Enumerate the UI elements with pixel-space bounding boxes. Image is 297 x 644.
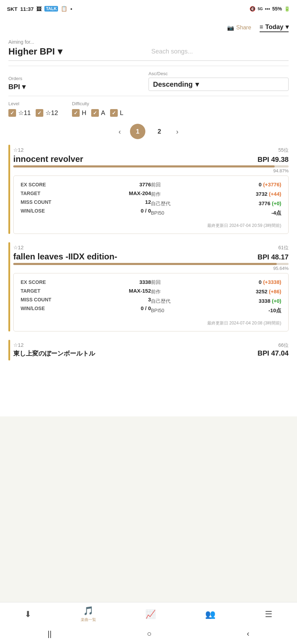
- song-2-miss-count-row: MISS COUNT 3: [21, 296, 151, 302]
- song-2-ex-score-row: EX SCORE 3338: [21, 279, 151, 285]
- difficulty-checkboxes: ✓ H ✓ A ✓ L: [72, 109, 123, 117]
- song-2-win-lose-val: 0 / 0: [141, 305, 151, 311]
- main-content: 📷 Share ≡ Today ▾ Aiming for... Higher B…: [0, 17, 297, 416]
- song-1-win-lose-row: WIN/LOSE 0 / 0: [21, 208, 151, 214]
- camera-icon: 📷: [227, 24, 234, 31]
- song-2-timestamp: 最終更新日 2024-07-04 20:08 (3時間前): [21, 320, 281, 326]
- page-1-button[interactable]: 1: [130, 124, 145, 139]
- song-1-bpi50-row: BPI50 -4点: [151, 210, 281, 216]
- level-diff-row: Level ✓ ☆11 ✓ ☆12 Difficulty ✓ H: [8, 101, 289, 117]
- song-1-progress-fill: [13, 165, 275, 167]
- search-placeholder[interactable]: Seach songs...: [146, 48, 289, 55]
- song-1-timestamp: 最終更新日 2024-07-04 20:59 (3時間前): [21, 223, 281, 229]
- today-button[interactable]: ≡ Today ▾: [260, 23, 289, 32]
- filter-icon: ≡: [260, 23, 263, 31]
- back-button[interactable]: ‹: [247, 629, 249, 638]
- battery: 55%: [272, 6, 282, 12]
- divider-2: [8, 96, 289, 96]
- song-2-ex-score-val: 3338: [139, 279, 151, 285]
- song-1-detail-grid: EX SCORE 3776 TARGET MAX-204 MISS COUNT …: [21, 181, 281, 219]
- song-2-self-row: 自己歴代 3338 (+0): [151, 298, 281, 305]
- orders-text: BPI: [8, 83, 20, 91]
- song-3-block: ☆12 66位 東し上変のぼーンボールトル BPI 47.04: [8, 340, 289, 360]
- page-2-button[interactable]: 2: [152, 124, 167, 139]
- level-12-item[interactable]: ✓ ☆12: [36, 109, 58, 117]
- song-1-self-row: 自己歴代 3776 (+0): [151, 200, 281, 207]
- orders-value[interactable]: BPI ▾: [8, 83, 148, 91]
- song-2-prev-key: 前回: [151, 279, 161, 286]
- song-2-target-row: TARGET MAX-152: [21, 288, 151, 294]
- today-label: Today: [265, 23, 283, 31]
- menu-icon: ☰: [265, 609, 273, 619]
- nav-download[interactable]: ⬇: [24, 609, 31, 619]
- song-1-bpi: BPI 49.38: [258, 156, 289, 164]
- song-1-miss-count-key: MISS COUNT: [21, 199, 52, 205]
- song-2-self-key: 自己歴代: [151, 298, 171, 305]
- music-note-icon: 🎵: [83, 606, 94, 616]
- share-label: Share: [236, 24, 251, 31]
- nav-users[interactable]: 👥: [205, 609, 216, 619]
- ascdesc-dropdown-arrow[interactable]: ▾: [195, 80, 199, 88]
- song-2-miss-count-val: 3: [148, 296, 151, 302]
- song-3-title-row[interactable]: 東し上変のぼーンボールトル BPI 47.04: [13, 349, 289, 358]
- diff-A-checkbox[interactable]: ✓: [91, 109, 99, 117]
- song-2-detail-grid: EX SCORE 3338 TARGET MAX-152 MISS COUNT …: [21, 279, 281, 317]
- divider-1: [8, 66, 289, 66]
- diff-L-item[interactable]: ✓ L: [110, 109, 123, 117]
- time: 11:37: [20, 6, 34, 12]
- song-2-bpi50-key: BPI50: [151, 308, 164, 313]
- song-2-bpi50-row: BPI50 -10点: [151, 307, 281, 314]
- diff-H-checkbox[interactable]: ✓: [72, 109, 80, 117]
- carrier: SKT: [7, 6, 17, 12]
- orders-col: Orders BPI ▾: [8, 76, 148, 91]
- aiming-dropdown-arrow[interactable]: ▾: [58, 46, 62, 57]
- song-2-target-key: TARGET: [21, 288, 52, 294]
- home-button[interactable]: ○: [147, 629, 151, 638]
- song-2-progress-fill: [13, 263, 277, 265]
- prev-page-button[interactable]: ‹: [116, 126, 124, 137]
- users-icon: 👥: [205, 609, 216, 619]
- song-1-prev-key: 前回: [151, 182, 161, 188]
- difficulty-col: Difficulty ✓ H ✓ A ✓ L: [72, 101, 123, 117]
- nav-song-list[interactable]: 🎵 楽曲一覧: [81, 606, 96, 622]
- song-2-block: ☆12 61位 fallen leaves -IIDX edition- BPI…: [8, 242, 289, 331]
- recent-apps-button[interactable]: ||: [48, 629, 51, 638]
- diff-H-item[interactable]: ✓ H: [72, 109, 86, 117]
- song-1-prev-work-row: 前作 3732 (+44): [151, 191, 281, 198]
- song-3-bpi: BPI 47.04: [258, 349, 289, 357]
- photo-icon: 🖼: [36, 6, 42, 12]
- ascdesc-dropdown[interactable]: Descending ▾: [148, 78, 289, 91]
- song-1-title-row[interactable]: innocent revolver BPI 49.38: [13, 154, 289, 164]
- difficulty-label: Difficulty: [72, 101, 123, 106]
- dot-icon: •: [70, 6, 72, 12]
- diff-A-item[interactable]: ✓ A: [91, 109, 105, 117]
- song-1-yellow-bar: [8, 145, 10, 234]
- song-1-self-val: 3776 (+0): [259, 200, 281, 206]
- level-checkboxes: ✓ ☆11 ✓ ☆12: [8, 109, 58, 117]
- level-11-item[interactable]: ✓ ☆11: [8, 109, 31, 117]
- diff-A-label: A: [101, 109, 105, 117]
- song-2-prev-work-key: 前作: [151, 289, 161, 295]
- nav-trend[interactable]: 📈: [145, 609, 156, 619]
- song-1-header: ☆12 55位: [13, 145, 289, 154]
- aiming-value[interactable]: Higher BPI ▾: [8, 46, 146, 57]
- next-page-button[interactable]: ›: [173, 126, 181, 137]
- level-12-checkbox[interactable]: ✓: [36, 109, 43, 117]
- song-1-level: ☆12: [13, 147, 24, 153]
- nav-menu[interactable]: ☰: [265, 609, 273, 619]
- song-2-detail-box: EX SCORE 3338 TARGET MAX-152 MISS COUNT …: [13, 273, 289, 331]
- song-2-bpi50-val: -10点: [268, 307, 281, 314]
- song-1-detail-box: EX SCORE 3776 TARGET MAX-204 MISS COUNT …: [13, 176, 289, 234]
- song-1-prev-work-val: 3732 (+44): [256, 191, 281, 197]
- mute-icon: 🔇: [249, 6, 255, 12]
- song-2-rank: 61位: [278, 245, 289, 251]
- song-2-prev-work-val: 3252 (+86): [256, 288, 281, 294]
- diff-L-checkbox[interactable]: ✓: [110, 109, 118, 117]
- share-button[interactable]: 📷 Share: [227, 24, 251, 31]
- song-2-title-row[interactable]: fallen leaves -IIDX edition- BPI 48.17: [13, 252, 289, 262]
- level-11-checkbox[interactable]: ✓: [8, 109, 16, 117]
- filter-row: Orders BPI ▾ Asc/Desc Descending ▾: [8, 71, 289, 91]
- orders-dropdown-arrow[interactable]: ▾: [22, 83, 26, 91]
- chevron-down-icon: ▾: [285, 23, 289, 31]
- song-3-title: 東し上変のぼーンボールトル: [13, 349, 95, 358]
